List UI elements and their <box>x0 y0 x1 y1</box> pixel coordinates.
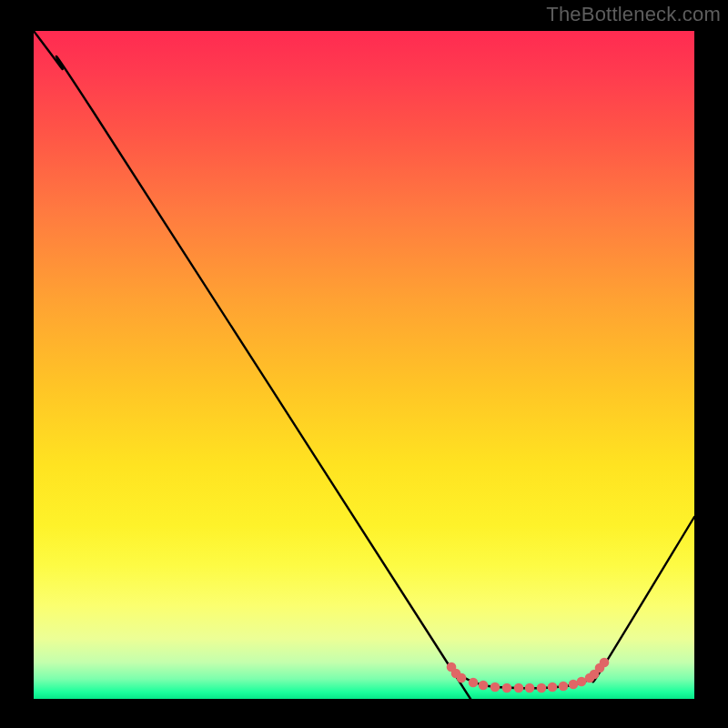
marker-dot <box>600 658 610 668</box>
marker-dot <box>548 682 558 693</box>
plot-area <box>34 31 694 699</box>
marker-group <box>447 658 610 693</box>
chart-frame: TheBottleneck.com <box>0 0 728 728</box>
bottleneck-curve <box>34 31 694 699</box>
marker-dot <box>457 673 467 683</box>
marker-dot <box>537 683 547 693</box>
marker-dot <box>479 681 489 691</box>
marker-dot <box>502 683 512 693</box>
marker-dot <box>514 683 524 693</box>
curve-line <box>34 31 694 699</box>
marker-dot <box>559 682 569 692</box>
marker-dot <box>525 683 535 693</box>
watermark-text: TheBottleneck.com <box>546 3 721 26</box>
marker-dot <box>490 682 500 693</box>
marker-dot <box>569 680 579 690</box>
marker-dot <box>469 678 479 688</box>
